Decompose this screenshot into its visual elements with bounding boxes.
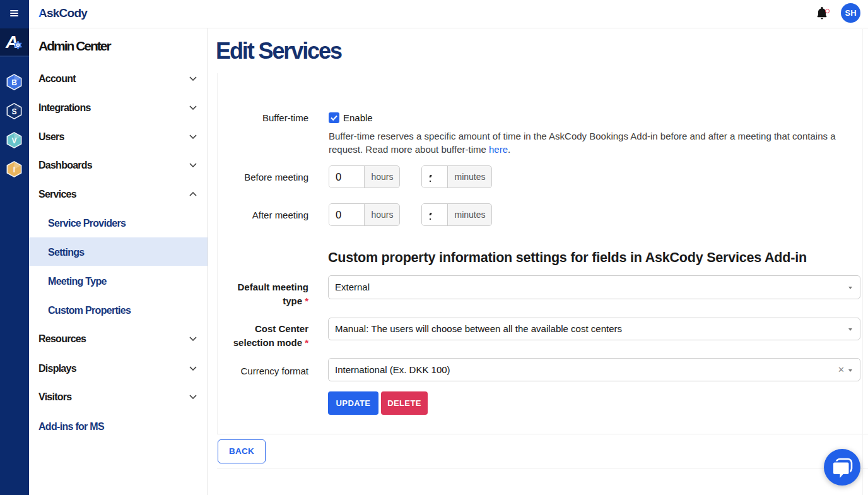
svg-text:B: B	[11, 78, 17, 86]
svg-text:I: I	[13, 165, 15, 174]
svg-text:V: V	[11, 136, 16, 145]
svg-text:S: S	[11, 107, 16, 116]
